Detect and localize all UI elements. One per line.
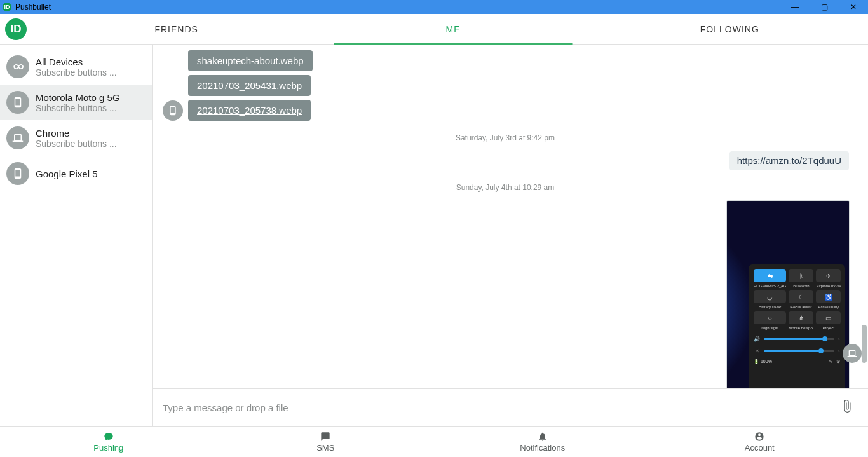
sidebar-item-all-devices[interactable]: All Devices Subscribe buttons ... [0, 49, 152, 85]
device-name: Motorola Moto g 5G [36, 92, 120, 103]
tab-friends[interactable]: FRIENDS [38, 14, 315, 44]
composer [153, 388, 868, 426]
nav-account[interactable]: Account [651, 427, 869, 457]
file-link[interactable]: shakeuptech-about.webp [188, 50, 313, 71]
top-tabs: ID FRIENDS ME FOLLOWING [0, 14, 868, 45]
message-input[interactable] [163, 402, 837, 413]
attach-button[interactable] [837, 399, 857, 416]
device-sidebar: All Devices Subscribe buttons ... Motoro… [0, 45, 153, 426]
target-device-badge[interactable] [843, 344, 862, 363]
date-separator: Saturday, July 3rd at 9:42 pm [161, 133, 849, 142]
pushed-link[interactable]: https://amzn.to/2TqduuU [737, 155, 841, 166]
close-button[interactable]: ✕ [839, 0, 868, 14]
sender-avatar-phone-icon [163, 100, 183, 121]
phone-icon [6, 91, 29, 114]
laptop-icon [6, 126, 29, 149]
device-sub: Subscribe buttons ... [36, 103, 120, 113]
infinity-icon [6, 55, 29, 78]
file-link[interactable]: 20210703_205738.webp [188, 100, 311, 121]
minimize-button[interactable]: — [780, 0, 810, 14]
bottom-nav: Pushing SMS Notifications Account [0, 426, 868, 457]
tab-friends-label: FRIENDS [154, 24, 198, 34]
date-separator: Sunday, July 4th at 10:29 am [161, 183, 849, 192]
app-icon: ID [3, 3, 11, 11]
nav-label: SMS [316, 443, 334, 453]
battery-text: 100% [761, 359, 772, 364]
maximize-button[interactable]: ▢ [810, 0, 839, 14]
tab-me[interactable]: ME [315, 14, 591, 44]
device-sub: Subscribe buttons ... [36, 67, 117, 78]
tab-me-label: ME [445, 24, 460, 34]
device-sub: Subscribe buttons ... [36, 139, 117, 149]
nav-label: Pushing [93, 443, 123, 453]
nav-label: Notifications [520, 443, 565, 453]
nav-pushing[interactable]: Pushing [0, 427, 217, 457]
tab-following[interactable]: FOLLOWING [592, 14, 868, 44]
tab-following-label: FOLLOWING [700, 24, 759, 34]
file-link[interactable]: 20210703_205431.webp [188, 75, 311, 96]
sidebar-item-motorola[interactable]: Motorola Moto g 5G Subscribe buttons ... [0, 85, 152, 120]
titlebar: ID Pushbullet — ▢ ✕ [0, 0, 868, 14]
sidebar-item-chrome[interactable]: Chrome Subscribe buttons ... [0, 120, 152, 156]
link-message[interactable]: https://amzn.to/2TqduuU [161, 151, 849, 170]
file-message[interactable]: 20210703_205431.webp [161, 75, 849, 96]
chat-area: shakeuptech-about.webp 20210703_205431.w… [153, 45, 868, 426]
account-icon [754, 432, 764, 443]
file-message[interactable]: shakeuptech-about.webp [161, 50, 849, 71]
chat-bubble-icon [104, 432, 114, 443]
sms-icon [320, 432, 330, 443]
nav-sms[interactable]: SMS [217, 427, 435, 457]
phone-icon [6, 162, 29, 185]
device-name: Google Pixel 5 [36, 168, 98, 179]
file-message[interactable]: 20210703_205738.webp [161, 100, 849, 121]
nav-notifications[interactable]: Notifications [434, 427, 651, 457]
device-name: All Devices [36, 57, 117, 67]
logo-icon[interactable]: ID [5, 18, 27, 40]
bell-icon [538, 432, 548, 443]
screenshot-thumbnail[interactable]: ⇆HOGWARTS 2_4GᛒBluetooth✈Airplane mode◡B… [727, 201, 849, 388]
device-name: Chrome [36, 128, 117, 139]
sidebar-item-pixel[interactable]: Google Pixel 5 [0, 156, 152, 191]
window-title: Pushbullet [15, 3, 51, 11]
scrollbar-thumb[interactable] [862, 325, 867, 363]
image-message[interactable]: ⇆HOGWARTS 2_4GᛒBluetooth✈Airplane mode◡B… [161, 201, 849, 388]
nav-label: Account [745, 443, 775, 453]
